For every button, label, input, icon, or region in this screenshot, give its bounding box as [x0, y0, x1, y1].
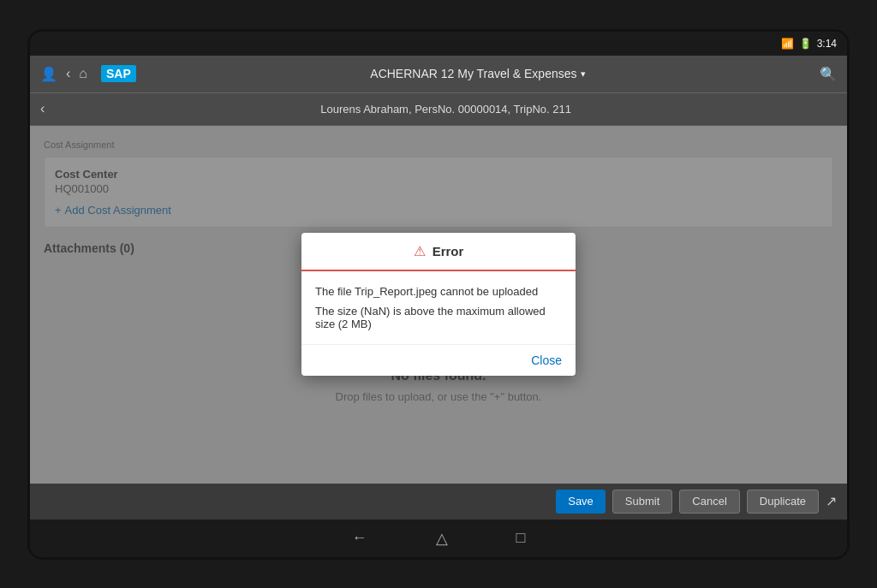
- header-title: ACHERNAR 12 My Travel & Expenses ▾: [136, 67, 820, 80]
- sub-header: ‹ Lourens Abraham, PersNo. 00000014, Tri…: [30, 93, 847, 126]
- chevron-down-icon[interactable]: ▾: [581, 68, 586, 80]
- clock: 3:14: [817, 38, 837, 50]
- dialog-footer: Close: [301, 345, 576, 376]
- android-home-button[interactable]: △: [436, 529, 448, 548]
- dialog-body: The file Trip_Report.jpeg cannot be uplo…: [301, 271, 576, 345]
- sub-header-title: Lourens Abraham, PersNo. 00000014, TripN…: [55, 103, 837, 116]
- dialog-overlay: ⚠ Error The file Trip_Report.jpeg cannot…: [30, 126, 847, 484]
- dialog-message-1: The file Trip_Report.jpeg cannot be uplo…: [315, 285, 562, 298]
- main-content: 👤 ‹ ⌂ SAP ACHERNAR 12 My Travel & Expens…: [30, 56, 847, 520]
- error-circle-icon: ⚠: [414, 243, 426, 259]
- cancel-button[interactable]: Cancel: [679, 490, 739, 514]
- back-nav-icon[interactable]: ‹: [66, 66, 70, 81]
- header-left: 👤 ‹ ⌂ SAP: [40, 65, 136, 82]
- bottom-toolbar: Save Submit Cancel Duplicate ↗: [30, 484, 847, 520]
- wifi-icon: 📶: [781, 38, 794, 50]
- device-frame: 📶 🔋 3:14 👤 ‹ ⌂ SAP ACHERNAR 12 My Travel…: [27, 29, 850, 560]
- dialog-message-2: The size (NaN) is above the maximum allo…: [315, 305, 562, 330]
- battery-icon: 🔋: [799, 38, 812, 50]
- save-button[interactable]: Save: [556, 490, 606, 514]
- close-button[interactable]: Close: [531, 353, 562, 367]
- submit-button[interactable]: Submit: [612, 490, 672, 514]
- status-bar-right: 📶 🔋 3:14: [781, 38, 837, 50]
- dialog-title: Error: [433, 244, 464, 258]
- share-button[interactable]: ↗: [826, 493, 837, 509]
- duplicate-button[interactable]: Duplicate: [747, 490, 819, 514]
- app-title-text: ACHERNAR 12 My Travel & Expenses: [370, 67, 576, 80]
- home-icon[interactable]: ⌂: [79, 66, 87, 81]
- sap-logo: SAP: [101, 65, 136, 82]
- status-bar: 📶 🔋 3:14: [30, 32, 847, 56]
- android-nav-bar: ← △ □: [30, 520, 847, 557]
- dialog-header: ⚠ Error: [301, 233, 576, 271]
- android-back-button[interactable]: ←: [352, 529, 367, 547]
- android-recent-button[interactable]: □: [516, 529, 526, 547]
- error-dialog: ⚠ Error The file Trip_Report.jpeg cannot…: [301, 233, 576, 376]
- search-icon[interactable]: 🔍: [820, 67, 837, 81]
- page-content: Cost Assignment Cost Center HQ001000 + A…: [30, 126, 847, 484]
- app-header: 👤 ‹ ⌂ SAP ACHERNAR 12 My Travel & Expens…: [30, 56, 847, 93]
- sub-back-icon[interactable]: ‹: [40, 101, 45, 116]
- profile-icon[interactable]: 👤: [40, 66, 57, 82]
- header-right: 🔍: [820, 66, 837, 82]
